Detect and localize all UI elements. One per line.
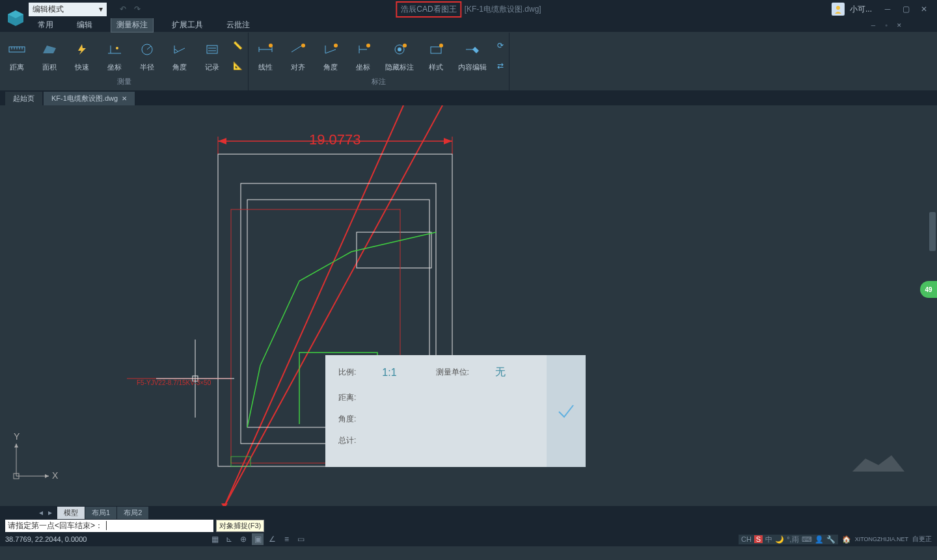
tool-area[interactable]: 面积 xyxy=(35,35,64,75)
ruler-small-icon[interactable]: 📏 xyxy=(233,41,243,50)
ratio-label: 比例: xyxy=(338,367,356,378)
tool-hide-annotate[interactable]: 隐藏标注 xyxy=(381,35,418,75)
tab-nav-left-icon[interactable]: ◂ xyxy=(39,508,43,517)
command-input[interactable]: 请指定第一点<回车结束>： xyxy=(5,520,213,532)
maximize-button[interactable]: ▢ xyxy=(901,4,911,14)
edit-icon xyxy=(462,39,483,60)
doc-minimize-button[interactable]: ─ xyxy=(868,20,878,31)
group-measure-label: 测量 xyxy=(3,75,245,88)
svg-rect-12 xyxy=(207,46,217,53)
tool-area-label: 面积 xyxy=(42,62,57,72)
tab-start-page[interactable]: 起始页 xyxy=(5,92,42,105)
tool-coord-label: 坐标 xyxy=(107,62,122,72)
tab-layout2[interactable]: 布局2 xyxy=(117,507,148,519)
tool-content-edit[interactable]: 内容编辑 xyxy=(454,35,491,75)
unit-label: 测量单位: xyxy=(436,367,469,378)
menu-edit[interactable]: 编辑 xyxy=(72,18,98,32)
notification-badge[interactable]: 49 xyxy=(920,281,937,298)
doc-restore-button[interactable]: ▫ xyxy=(881,20,891,31)
tool-linear-label: 线性 xyxy=(258,62,273,72)
grid-toggle[interactable]: ▦ xyxy=(209,533,221,545)
svg-point-24 xyxy=(366,44,370,47)
tool-quick[interactable]: 快速 xyxy=(68,35,96,75)
tool-distance[interactable]: 距离 xyxy=(3,35,31,75)
dropdown-icon: ▾ xyxy=(99,5,103,14)
tool-coord[interactable]: 坐标 xyxy=(100,35,129,75)
minimize-button[interactable]: ─ xyxy=(882,4,893,14)
tab-current-file[interactable]: KF-1电缆敷设图.dwg ✕ xyxy=(44,92,135,105)
unit-value[interactable]: 无 xyxy=(495,366,506,379)
svg-point-18 xyxy=(269,44,273,47)
redo-icon[interactable]: ↷ xyxy=(134,5,141,14)
svg-rect-44 xyxy=(357,232,431,268)
drawing-canvas[interactable]: 19.0773 F5-YJV22-8.7/15KV-3×50 X Y xyxy=(0,105,937,506)
angle-icon xyxy=(169,39,190,60)
refresh-icon[interactable]: ⟳ xyxy=(497,41,504,50)
ratio-value[interactable]: 1:1 xyxy=(382,367,396,379)
ruler-small-icon-2[interactable]: 📐 xyxy=(233,61,243,70)
menu-bar: 常用 编辑 测量标注 扩展工具 云批注 ─ ▫ ✕ xyxy=(0,18,937,33)
menu-extend-tools[interactable]: 扩展工具 xyxy=(167,18,208,32)
ribbon-group-measure: 距离 面积 快速 坐标 半径 角度 xyxy=(0,33,249,90)
ucs-x-label: X xyxy=(52,470,59,481)
otrack-toggle[interactable]: ∠ xyxy=(266,533,278,545)
close-button[interactable]: ✕ xyxy=(919,4,929,14)
distance-label: 距离: xyxy=(338,392,356,403)
model-toggle[interactable]: ▭ xyxy=(295,533,306,545)
tool-style[interactable]: 样式 xyxy=(422,35,450,75)
ribbon-side-measure: 📏 📐 xyxy=(230,35,245,75)
mode-selector[interactable]: 编辑模式 ▾ xyxy=(29,3,107,16)
vertical-scrollbar[interactable] xyxy=(929,212,936,251)
svg-point-26 xyxy=(398,47,401,51)
tool-radius[interactable]: 半径 xyxy=(133,35,161,75)
svg-point-29 xyxy=(439,44,443,47)
coord-ann-icon xyxy=(353,39,373,60)
status-bar: 38.7769, 22.2044, 0.0000 ▦ ⊾ ⊕ ▣ ∠ ≡ ▭ C… xyxy=(0,532,937,546)
weather-text: °,雨 xyxy=(787,535,798,544)
ruler-icon xyxy=(7,39,27,60)
check-icon xyxy=(556,401,576,421)
align-icon xyxy=(288,39,308,60)
tab-nav-right-icon[interactable]: ▸ xyxy=(48,508,52,517)
svg-marker-54 xyxy=(45,474,49,478)
coord-icon xyxy=(104,39,125,60)
ribbon-side-annotate: ⟳ ⇄ xyxy=(495,35,506,75)
file-name: [KF-1电缆敷设图.dwg] xyxy=(465,4,541,15)
hide-icon xyxy=(389,39,410,60)
tab-file-label: KF-1电缆敷设图.dwg xyxy=(51,94,118,103)
menu-common[interactable]: 常用 xyxy=(33,18,59,32)
osnap-toggle[interactable]: ▣ xyxy=(252,533,264,545)
polar-toggle[interactable]: ⊕ xyxy=(238,533,249,545)
tool-align[interactable]: 对齐 xyxy=(284,35,312,75)
tool-align-label: 对齐 xyxy=(291,62,305,72)
svg-marker-35 xyxy=(221,503,228,506)
tool-style-label: 样式 xyxy=(429,62,443,72)
tool-linear[interactable]: 线性 xyxy=(251,35,280,75)
tab-model[interactable]: 模型 xyxy=(57,507,85,519)
total-label: 总计: xyxy=(338,435,356,446)
undo-icon[interactable]: ↶ xyxy=(120,5,126,14)
tool-angle-ann[interactable]: 角度 xyxy=(316,35,345,75)
link-icon[interactable]: ⇄ xyxy=(497,61,504,70)
confirm-button[interactable] xyxy=(547,355,586,467)
ime-mode: 中 xyxy=(765,535,772,544)
doc-close-button[interactable]: ✕ xyxy=(894,20,904,31)
tab-layout1[interactable]: 布局1 xyxy=(85,507,116,519)
tool-angle[interactable]: 角度 xyxy=(165,35,194,75)
tool-record[interactable]: 记录 xyxy=(198,35,226,75)
ime-indicator[interactable]: CH S 中 🌙 °,雨 ⌨ 👤 🔧 xyxy=(739,535,838,544)
tool-record-label: 记录 xyxy=(205,62,219,72)
tool-radius-label: 半径 xyxy=(140,62,154,72)
moon-icon: 🌙 xyxy=(775,535,784,544)
ortho-toggle[interactable]: ⊾ xyxy=(223,533,235,545)
app-logo[interactable] xyxy=(5,8,26,29)
menu-measure-annotate[interactable]: 测量标注 xyxy=(111,18,154,33)
svg-point-20 xyxy=(301,44,305,47)
tool-coord-ann[interactable]: 坐标 xyxy=(349,35,377,75)
menu-cloud-annotate[interactable]: 云批注 xyxy=(221,18,255,32)
user-avatar[interactable] xyxy=(832,3,845,16)
user-name[interactable]: 小可... xyxy=(850,4,872,15)
angle-result-label: 角度: xyxy=(338,414,356,425)
tab-close-icon[interactable]: ✕ xyxy=(122,95,127,102)
lwt-toggle[interactable]: ≡ xyxy=(280,533,292,545)
